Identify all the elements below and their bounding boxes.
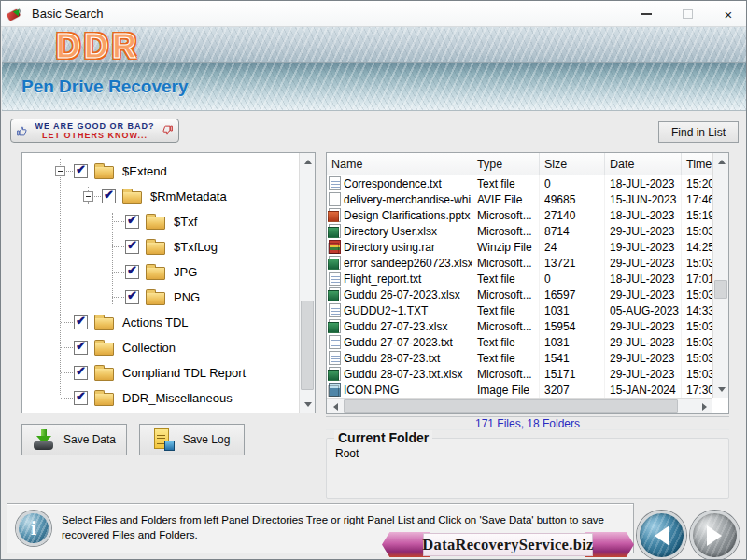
- column-header-date[interactable]: Date: [605, 153, 682, 175]
- tree-item-extend[interactable]: $Extend: [22, 159, 299, 184]
- scroll-up-arrow-icon[interactable]: [713, 153, 729, 169]
- list-vscrollbar-thumb[interactable]: [714, 280, 727, 299]
- tree-vertical-scrollbar[interactable]: [299, 153, 315, 413]
- tree-item-txf[interactable]: $Txf: [22, 209, 299, 234]
- tree-item-txflog[interactable]: $TxfLog: [22, 234, 299, 259]
- checkbox-checked[interactable]: [102, 189, 116, 203]
- file-row-guddu-28-07-23-txt-xlsx[interactable]: Guddu 28-07-23.txt.xlsxMicrosoft...15171…: [327, 366, 712, 382]
- cell-name: Directory User.xlsx: [344, 225, 437, 238]
- tree-scrollbar-thumb[interactable]: [301, 301, 314, 390]
- file-row-guddu-27-07-23-xlsx[interactable]: Guddu 27-07-23.xlsxMicrosoft...1595429-J…: [327, 318, 712, 334]
- cell-name: Guddu 28-07-23.txt.xlsx: [344, 368, 462, 381]
- file-row-icon-png[interactable]: ICON.PNGImage File320715-JAN-202417:30: [327, 382, 712, 398]
- cell-name: Guddu 26-07-2023.xlsx: [344, 288, 460, 301]
- checkbox-checked[interactable]: [125, 290, 139, 304]
- collapse-minus-icon[interactable]: [55, 166, 65, 176]
- tree-connector-stub: [112, 246, 124, 247]
- cell-time: 15:03: [686, 257, 712, 270]
- excel-icon: [329, 319, 341, 333]
- cell-size: 15171: [544, 368, 575, 381]
- file-row-guddu-28-07-23-txt[interactable]: Guddu 28-07-23.txtText file154129-JUL-20…: [327, 350, 712, 366]
- tree-item-jpg[interactable]: JPG: [22, 259, 299, 285]
- checkbox-checked[interactable]: [74, 164, 88, 178]
- file-row-guddu-26-07-2023-xlsx[interactable]: Guddu 26-07-2023.xlsxMicrosoft...1659729…: [327, 287, 712, 302]
- file-row-directory-user-xlsx[interactable]: Directory User.xlsxMicrosoft...871429-JU…: [327, 223, 712, 239]
- tree-connector-stub: [61, 322, 73, 323]
- cell-size: 0: [544, 273, 551, 286]
- file-row-design-clarifications-pptx[interactable]: Design Clarifications.pptxMicrosoft...27…: [327, 207, 712, 223]
- title-bar: Basic Search ×: [1, 1, 746, 27]
- feedback-badge-button[interactable]: WE ARE GOOD OR BAD? LET OTHERS KNOW...: [10, 119, 179, 143]
- back-button[interactable]: [637, 511, 686, 560]
- cell-name: Correspondence.txt: [344, 177, 442, 190]
- list-hscrollbar-thumb[interactable]: [344, 399, 678, 413]
- column-header-size[interactable]: Size: [540, 153, 605, 175]
- tree-item-png[interactable]: PNG: [22, 285, 299, 310]
- badge-line1: WE ARE GOOD OR BAD?: [28, 121, 162, 131]
- cell-type: Image File: [477, 384, 529, 397]
- checkbox-checked[interactable]: [125, 240, 139, 254]
- scroll-up-arrow-icon[interactable]: [300, 153, 316, 169]
- tree-item-rmmetadata[interactable]: $RmMetadata: [22, 184, 299, 209]
- file-row-delivery-merchandise-whi[interactable]: delivery-merchandise-whi...AVIF File4968…: [327, 191, 712, 207]
- cell-time: 15:03: [686, 352, 712, 365]
- cell-time: 17:01: [686, 273, 712, 286]
- cell-date: 15-JUN-2023: [610, 193, 676, 206]
- save-log-button[interactable]: Save Log: [139, 424, 245, 455]
- scroll-down-arrow-icon[interactable]: [300, 397, 316, 413]
- file-row-flight-report-txt[interactable]: Flight_report.txtText file018-JUL-202317…: [327, 271, 712, 287]
- tree-item-actions-tdl[interactable]: Actions TDL: [22, 310, 299, 335]
- website-link[interactable]: DataRecoveryService.biz: [423, 533, 593, 556]
- list-vertical-scrollbar[interactable]: [712, 153, 728, 398]
- folder-icon: [146, 267, 165, 280]
- tree-item-label: Actions TDL: [122, 315, 189, 329]
- scroll-left-arrow-icon[interactable]: [327, 399, 343, 414]
- cell-time: 14:33: [686, 304, 712, 317]
- column-header-time[interactable]: Time: [682, 153, 714, 175]
- cell-size: 15954: [544, 320, 575, 333]
- checkbox-checked[interactable]: [74, 391, 88, 405]
- tree-connector-stub: [112, 297, 124, 298]
- summary-strip: 171 Files, 18 Folders: [326, 416, 729, 430]
- save-data-button[interactable]: Save Data: [21, 424, 127, 455]
- file-row-error-sandeep260723-xlsx[interactable]: error sandeep260723.xlsxMicrosoft...1372…: [327, 255, 712, 271]
- file-row-correspondence-txt[interactable]: Correspondence.txtText file018-JUL-20231…: [327, 175, 712, 191]
- tree-item-label: Collection: [122, 341, 176, 355]
- checkbox-checked[interactable]: [74, 366, 88, 380]
- website-link-text: DataRecoveryService.biz: [422, 536, 593, 554]
- file-row-guddu2-1-txt[interactable]: GUDDU2~1.TXTText file103105-AUG-202314:3…: [327, 302, 712, 318]
- forward-arrow-icon: [707, 525, 732, 546]
- tree-item-compliand-tdl-report[interactable]: Compliand TDL Report: [22, 360, 299, 385]
- column-header-type[interactable]: Type: [472, 153, 540, 175]
- tree-item-ddr-miscellaneous[interactable]: DDR_Miscellaneous: [22, 385, 299, 411]
- cell-type: Microsoft...: [477, 209, 532, 222]
- tree-item-collection[interactable]: Collection: [22, 335, 299, 360]
- minimize-button[interactable]: [634, 4, 658, 24]
- folder-icon: [146, 217, 165, 230]
- checkbox-checked[interactable]: [125, 265, 139, 279]
- forward-button[interactable]: [690, 511, 740, 560]
- cell-size: 16597: [544, 288, 575, 301]
- cell-size: 1541: [544, 352, 570, 365]
- find-in-list-button[interactable]: Find in List: [658, 121, 739, 143]
- save-log-document-icon: [154, 428, 175, 451]
- file-row-guddu-27-07-2023-txt[interactable]: Guddu 27-07-2023.txtText file103129-JUL-…: [327, 334, 712, 350]
- list-horizontal-scrollbar[interactable]: [327, 398, 712, 413]
- cell-time: 15:03: [686, 368, 712, 381]
- tree-item-label: JPG: [174, 265, 197, 279]
- checkbox-checked[interactable]: [74, 315, 88, 329]
- maximize-button[interactable]: [675, 4, 699, 24]
- checkbox-checked[interactable]: [74, 341, 88, 355]
- file-row-directory-using-rar[interactable]: Directory using.rarWinzip File2419-JUL-2…: [327, 239, 712, 255]
- column-header-name[interactable]: Name: [327, 153, 472, 175]
- cell-name: Guddu 27-07-23.xlsx: [344, 320, 447, 333]
- tree-item-label: PNG: [174, 290, 200, 304]
- scroll-down-arrow-icon[interactable]: [713, 382, 729, 398]
- text-file-icon: [329, 303, 341, 317]
- close-button[interactable]: ×: [716, 4, 740, 24]
- checkbox-checked[interactable]: [125, 215, 139, 229]
- save-data-download-icon: [33, 429, 55, 450]
- tree-item-label: DDR_Miscellaneous: [122, 391, 233, 405]
- scroll-right-arrow-icon[interactable]: [697, 399, 712, 414]
- collapse-minus-icon[interactable]: [83, 191, 93, 202]
